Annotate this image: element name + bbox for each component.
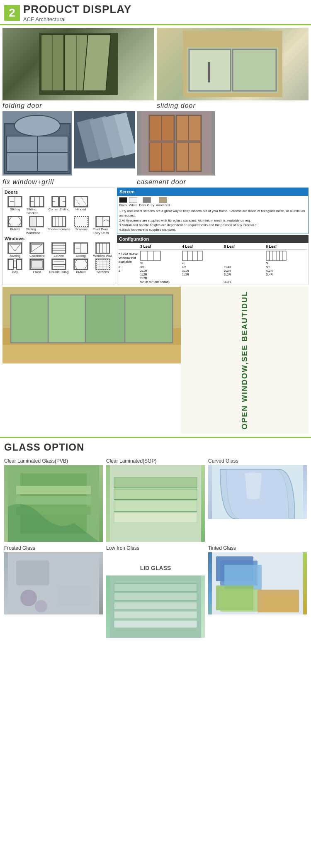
glass-clear-pvb-label: Clear Laminated Glass(PVB) <box>4 458 103 464</box>
glass-frosted-image <box>4 552 103 614</box>
config-6l: 6L <box>266 251 307 265</box>
info-row: Doors Sliding Sliding Stacker <box>2 188 309 285</box>
svg-rect-3 <box>83 35 111 91</box>
door-sliding-stacker-icon <box>29 196 44 207</box>
door-hinged: Hinged <box>70 196 91 215</box>
casement-door-label-block: casement door <box>137 177 215 186</box>
company-name: ACE Architectural <box>23 16 131 22</box>
window-awning-icon <box>7 242 22 254</box>
svg-rect-113 <box>114 478 197 488</box>
config-rows-2: 2 3R 4R TL4R 6R 2 2L1R 3L1R 2L2R 4L2R 1L… <box>119 266 307 283</box>
glass-tinted-label: Tinted Glass <box>208 545 307 551</box>
windows-title: Windows <box>5 236 113 241</box>
fix-window-label-block: fix window+grill <box>2 177 72 186</box>
svg-rect-115 <box>114 501 197 511</box>
svg-rect-109 <box>16 486 91 494</box>
window-bifold: Bi-fold <box>70 258 91 274</box>
config-grid: 3 Leaf 4 Leaf 5 Leaf 6 Leaf 5 Leaf Bi-fo… <box>117 243 309 285</box>
glass-clear-sgp-image <box>106 465 205 542</box>
door-screens: Screens <box>71 216 92 235</box>
svg-rect-131 <box>114 602 197 610</box>
screen-config-block: Screen Black White Dark Grey <box>117 188 309 285</box>
color-chip-anodized <box>159 197 167 203</box>
svg-rect-9 <box>233 49 276 91</box>
glass-frosted-label: Frosted Glass <box>4 545 103 551</box>
door-bifold: Bi-fold <box>5 216 25 235</box>
window-double-hung: Double Hung <box>49 258 70 274</box>
svg-rect-104 <box>49 295 85 342</box>
mid-images-row <box>2 111 309 176</box>
glass-curved: Curved Glass <box>208 458 307 542</box>
door-hinged-icon <box>73 196 88 207</box>
casement-door-block <box>137 111 215 176</box>
glass-clear-sgp-label: Clear Laminated(SGP) <box>106 458 205 464</box>
door-screens-icon <box>74 216 89 227</box>
color-white: White <box>129 197 137 207</box>
sgp-svg <box>110 465 201 542</box>
glass-bottom-row: Frosted Glass Low Iron Glass LID GLASS <box>0 545 311 641</box>
svg-rect-139 <box>220 589 258 612</box>
screen-title: Screen <box>117 188 308 196</box>
svg-rect-45 <box>30 217 36 227</box>
window-sliding: Sliding <box>70 242 91 258</box>
door-sliding-icon <box>7 196 22 207</box>
color-grey: Dark Grey <box>139 197 154 207</box>
svg-rect-141 <box>262 594 299 612</box>
screen-text: 1.Fly and insect screens are a great way… <box>119 209 306 232</box>
curved-svg <box>212 465 303 519</box>
folding-door-label: folding door <box>2 102 42 110</box>
glass-option-header: GLASS OPTION <box>0 437 311 455</box>
glass-clear-pvb: Clear Laminated Glass(PVB) <box>4 458 103 542</box>
window-sliding-icon <box>73 242 88 254</box>
big-window-svg <box>2 287 181 363</box>
svg-point-127 <box>35 600 47 612</box>
config-header: 3 Leaf 4 Leaf 5 Leaf 6 Leaf <box>119 244 307 250</box>
svg-rect-28 <box>149 140 174 143</box>
folding-door-image <box>2 28 154 100</box>
svg-rect-105 <box>86 295 124 342</box>
door-showerscreens-icon <box>51 216 66 227</box>
open-window-text-block: OPEN WINDOW,SEE BEAUTIDUL <box>181 287 309 434</box>
fix-window-label: fix window+grill <box>2 178 72 186</box>
big-window-row: OPEN WINDOW,SEE BEAUTIDUL <box>2 287 309 434</box>
window-bifold-icon <box>73 258 88 270</box>
top-products-row: folding door sliding door <box>2 28 309 110</box>
config-4l: 4L <box>182 251 223 265</box>
window-double-hung-icon <box>51 258 66 270</box>
frosted-svg <box>8 552 99 614</box>
config-title: Configuration <box>117 235 309 243</box>
casement-svg <box>137 111 215 176</box>
profiles-label-block <box>74 177 135 186</box>
door-sliding: Sliding <box>5 196 26 215</box>
sliding-door-svg <box>183 31 282 97</box>
glass-clear-pvb-image <box>4 465 103 542</box>
window-screens-icon <box>95 258 110 270</box>
windows-grid-row2: Bay Fixed Double Hung <box>5 258 113 274</box>
low-iron-svg <box>110 575 201 638</box>
glass-tinted-image <box>208 552 307 614</box>
door-sliding-stacker: Sliding Stacker <box>27 196 48 215</box>
svg-rect-125 <box>58 585 91 606</box>
casement-door-label: casement door <box>137 178 215 186</box>
profiles-svg <box>74 111 135 168</box>
page-header: 2 PRODUCT DISPLAY ACE Architectural <box>0 0 311 25</box>
window-fixed-icon <box>29 258 44 270</box>
window-fixed: Fixed <box>27 258 48 274</box>
door-corner-sliding-icon <box>51 196 66 207</box>
svg-rect-66 <box>8 259 13 269</box>
color-anodized: Anodized <box>156 197 170 207</box>
screen-box: Screen Black White Dark Grey <box>117 188 309 234</box>
glass-option-title: GLASS OPTION <box>4 441 307 453</box>
svg-rect-110 <box>16 496 91 505</box>
page-title: PRODUCT DISPLAY <box>23 3 131 15</box>
open-window-vertical-text: OPEN WINDOW,SEE BEAUTIDUL <box>241 291 249 429</box>
door-bifold-icon <box>7 216 22 227</box>
svg-rect-29 <box>176 140 201 143</box>
svg-rect-116 <box>114 512 197 523</box>
svg-rect-41 <box>74 197 87 207</box>
window-screens: Screens <box>92 258 113 274</box>
glass-frosted: Frosted Glass <box>4 545 103 614</box>
svg-rect-42 <box>8 217 22 227</box>
svg-rect-124 <box>16 561 49 585</box>
window-louvre-icon <box>51 242 66 254</box>
